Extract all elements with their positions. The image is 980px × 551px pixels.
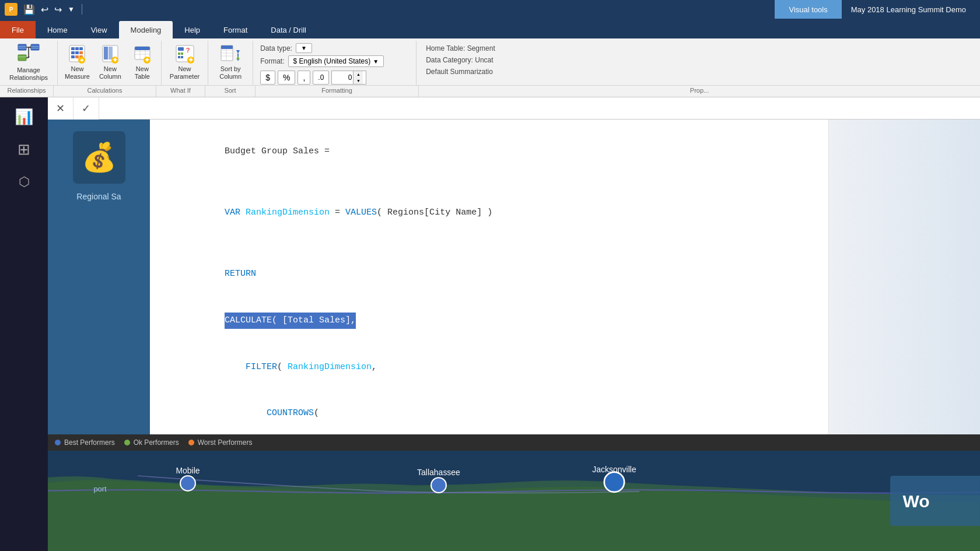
data-type-label: Data type:: [260, 44, 292, 52]
svg-rect-9: [18, 57, 26, 57]
quick-access-toolbar: P 💾 ↩ ↪ ▼: [5, 3, 86, 16]
ok-performers-label: Ok Performers: [134, 438, 179, 447]
best-performers-dot: [55, 440, 61, 445]
app-logo: P: [5, 3, 18, 16]
percent-button[interactable]: %: [278, 71, 295, 85]
decimal-button[interactable]: .0: [313, 71, 329, 85]
dropdown-arrow[interactable]: ▼: [65, 4, 77, 15]
code-editor[interactable]: Budget Group Sales = VAR RankingDimensio…: [150, 120, 828, 434]
ribbon-group-what-if: ? ✦ NewParameter: [162, 41, 208, 85]
sidebar-icon-model[interactable]: ⬡: [9, 167, 38, 196]
new-measure-label: NewMeasure: [65, 65, 90, 80]
properties-group-label: Prop...: [419, 86, 980, 97]
new-measure-button[interactable]: ✦ NewMeasure: [61, 42, 93, 82]
svg-text:✦: ✦: [144, 56, 150, 64]
app-title: May 2018 Learning Summit Demo: [842, 0, 975, 19]
svg-point-59: [431, 478, 446, 493]
svg-rect-19: [79, 51, 83, 54]
svg-marker-55: [236, 56, 240, 59]
tab-format[interactable]: Format: [212, 21, 259, 38]
svg-rect-31: [135, 47, 150, 50]
svg-text:Tallahassee: Tallahassee: [417, 468, 460, 477]
svg-rect-5: [31, 48, 39, 48]
sort-group-label: Sort: [205, 86, 256, 97]
editor-row: 💰 Regional Sa Budget Group Sales = VAR R…: [48, 120, 980, 434]
tab-view[interactable]: View: [79, 21, 119, 38]
sort-by-column-button[interactable]: Sort byColumn: [212, 42, 249, 82]
new-table-label: NewTable: [135, 65, 150, 80]
map-svg: Mobile Tallahassee Jacksonville port Wo: [48, 451, 980, 551]
tab-home[interactable]: Home: [36, 21, 79, 38]
svg-point-57: [180, 476, 195, 491]
svg-rect-14: [71, 47, 75, 50]
new-column-button[interactable]: ✦ NewColumn: [94, 42, 126, 82]
save-button[interactable]: 💾: [21, 3, 37, 16]
svg-text:Jacksonville: Jacksonville: [592, 465, 636, 474]
format-dropdown[interactable]: $ English (United States) ▼: [288, 55, 384, 67]
code-line-1: Budget Group Sales =: [162, 129, 817, 175]
sidebar-icon-grid[interactable]: ⊞: [9, 135, 38, 164]
new-measure-icon: ✦: [68, 44, 86, 64]
svg-rect-8: [18, 55, 26, 61]
tab-worst-performers[interactable]: Worst Performers: [188, 438, 253, 447]
svg-rect-41: [181, 52, 183, 55]
svg-rect-16: [79, 47, 83, 50]
bottom-section: Best Performers Ok Performers Worst Perf…: [48, 434, 980, 551]
svg-rect-26: [104, 47, 108, 59]
panel-nav-label: Regional Sa: [76, 192, 121, 201]
manage-relationships-label: Manage Relationships: [9, 66, 48, 82]
new-parameter-icon: ? ✦: [174, 44, 195, 64]
tab-file[interactable]: File: [0, 21, 36, 38]
new-parameter-label: NewParameter: [170, 65, 200, 80]
tab-data-drill[interactable]: Data / Drill: [259, 21, 318, 38]
redo-button[interactable]: ↪: [52, 3, 64, 16]
svg-rect-2: [18, 48, 26, 48]
manage-relationships-icon: [17, 43, 40, 64]
data-type-dropdown[interactable]: ▼: [296, 43, 312, 53]
manage-relationships-button[interactable]: Manage Relationships: [5, 41, 52, 80]
new-table-icon: ✦: [133, 44, 152, 64]
svg-rect-4: [31, 46, 39, 47]
left-sidebar: 📊 ⊞ ⬡: [0, 97, 48, 551]
number-input[interactable]: ▲ ▼: [331, 71, 366, 85]
svg-rect-40: [178, 52, 180, 55]
svg-rect-21: [75, 55, 79, 58]
code-line-6-selected: CALCULATE( [Total Sales],: [162, 297, 817, 345]
new-parameter-button[interactable]: ? ✦ NewParameter: [165, 42, 204, 82]
svg-rect-42: [178, 56, 180, 58]
svg-rect-15: [75, 47, 79, 50]
svg-text:Mobile: Mobile: [176, 466, 200, 475]
ribbon-group-formatting: Data type: ▼ Format: $ English (United S…: [253, 41, 416, 85]
formula-cancel-button[interactable]: ✕: [48, 97, 74, 120]
ribbon-group-relationships: Manage Relationships: [0, 41, 58, 85]
code-line-3: VAR RankingDimension = VALUES( Regions[C…: [162, 190, 817, 236]
worst-performers-label: Worst Performers: [198, 438, 253, 447]
tab-modeling[interactable]: Modeling: [119, 21, 173, 38]
ribbon-group-properties: Home Table: Segment Data Category: Uncat…: [416, 41, 980, 85]
sidebar-icon-barchart[interactable]: 📊: [9, 102, 38, 131]
number-decrement[interactable]: ▼: [354, 78, 363, 84]
svg-text:✦: ✦: [79, 57, 85, 64]
panel-nav: 💰 Regional Sa: [48, 120, 150, 434]
svg-rect-18: [75, 51, 79, 54]
tab-best-performers[interactable]: Best Performers: [55, 438, 115, 447]
sort-by-column-label: Sort byColumn: [219, 65, 242, 80]
currency-button[interactable]: $: [260, 71, 275, 85]
format-value: $ English (United States): [293, 57, 371, 65]
formula-accept-button[interactable]: ✓: [74, 97, 99, 120]
number-value-input[interactable]: [332, 73, 353, 82]
svg-text:port: port: [93, 485, 107, 493]
app-root: P 💾 ↩ ↪ ▼ Visual tools May 2018 Learning…: [0, 0, 980, 551]
undo-button[interactable]: ↩: [38, 3, 51, 16]
relationships-group-label: Relationships: [0, 86, 54, 97]
data-category-prop: Data Category: Uncat: [426, 56, 971, 64]
tab-ok-performers[interactable]: Ok Performers: [124, 438, 179, 447]
svg-text:Wo: Wo: [903, 492, 930, 511]
comma-button[interactable]: ,: [298, 71, 310, 85]
svg-rect-43: [181, 56, 183, 58]
worst-performers-dot: [188, 440, 194, 445]
new-table-button[interactable]: ✦ NewTable: [127, 42, 158, 82]
tab-help[interactable]: Help: [173, 21, 212, 38]
number-increment[interactable]: ▲: [354, 71, 363, 78]
separator: [82, 4, 82, 15]
